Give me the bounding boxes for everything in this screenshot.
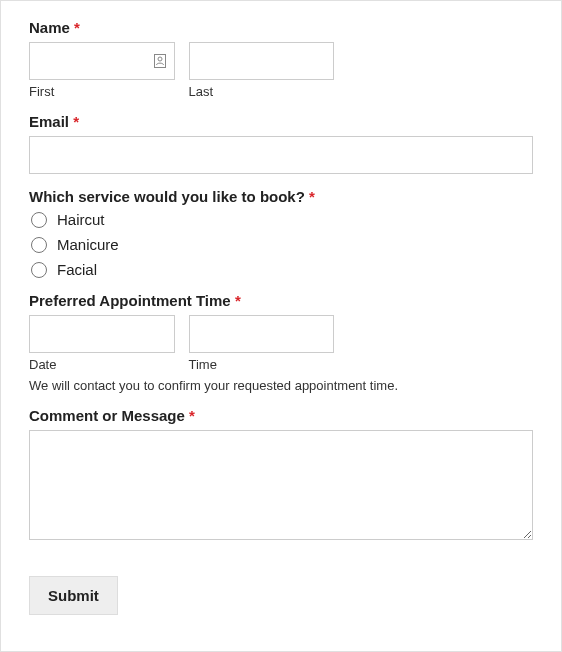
email-input[interactable]: [29, 136, 533, 174]
appointment-label: Preferred Appointment Time *: [29, 292, 533, 309]
name-label: Name *: [29, 19, 533, 36]
service-radio-manicure[interactable]: [31, 237, 47, 253]
email-required-mark: *: [73, 113, 79, 130]
date-col: Date: [29, 315, 175, 372]
comment-field-group: Comment or Message *: [29, 407, 533, 544]
appointment-row: Date Time: [29, 315, 334, 372]
date-input[interactable]: [29, 315, 175, 353]
comment-required-mark: *: [189, 407, 195, 424]
service-label-text: Which service would you like to book?: [29, 188, 305, 205]
date-sublabel: Date: [29, 357, 175, 372]
time-sublabel: Time: [189, 357, 335, 372]
service-option-facial: Facial: [29, 261, 533, 278]
email-field-group: Email *: [29, 113, 533, 174]
appointment-label-text: Preferred Appointment Time: [29, 292, 231, 309]
name-field-group: Name * First Las: [29, 19, 533, 99]
service-label: Which service would you like to book? *: [29, 188, 533, 205]
service-radio-group: Haircut Manicure Facial: [29, 211, 533, 278]
service-option-haircut: Haircut: [29, 211, 533, 228]
service-radio-haircut-label[interactable]: Haircut: [57, 211, 105, 228]
service-radio-facial[interactable]: [31, 262, 47, 278]
comment-label-text: Comment or Message: [29, 407, 185, 424]
appointment-required-mark: *: [235, 292, 241, 309]
service-radio-haircut[interactable]: [31, 212, 47, 228]
comment-textarea[interactable]: [29, 430, 533, 540]
time-col: Time: [189, 315, 335, 372]
first-name-input[interactable]: [29, 42, 175, 80]
last-name-col: Last: [189, 42, 335, 99]
service-required-mark: *: [309, 188, 315, 205]
last-name-input[interactable]: [189, 42, 335, 80]
name-row: First Last: [29, 42, 334, 99]
first-name-sublabel: First: [29, 84, 175, 99]
last-name-sublabel: Last: [189, 84, 335, 99]
booking-form: Name * First Las: [0, 0, 562, 652]
appointment-field-group: Preferred Appointment Time * Date Time W…: [29, 292, 533, 393]
comment-label: Comment or Message *: [29, 407, 533, 424]
first-name-input-wrap: [29, 42, 175, 80]
service-field-group: Which service would you like to book? * …: [29, 188, 533, 278]
service-option-manicure: Manicure: [29, 236, 533, 253]
service-radio-facial-label[interactable]: Facial: [57, 261, 97, 278]
name-required-mark: *: [74, 19, 80, 36]
email-label-text: Email: [29, 113, 69, 130]
first-name-col: First: [29, 42, 175, 99]
appointment-description: We will contact you to confirm your requ…: [29, 378, 533, 393]
name-label-text: Name: [29, 19, 70, 36]
time-input[interactable]: [189, 315, 335, 353]
submit-button[interactable]: Submit: [29, 576, 118, 615]
email-label: Email *: [29, 113, 533, 130]
service-radio-manicure-label[interactable]: Manicure: [57, 236, 119, 253]
